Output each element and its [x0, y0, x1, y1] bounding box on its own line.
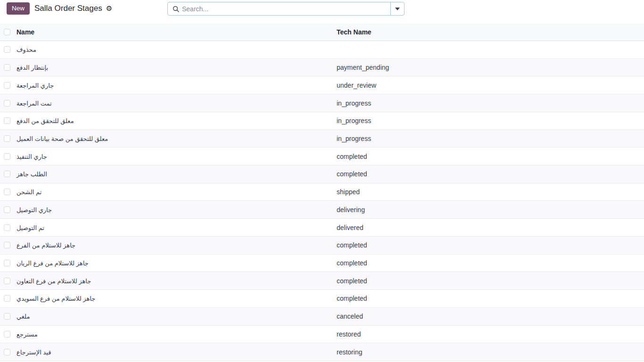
row-name-cell[interactable]: معلق للتحقق من صحة بيانات العميل	[13, 134, 337, 143]
row-tech-cell[interactable]: in_progress	[337, 134, 644, 143]
column-header-name[interactable]: Name	[13, 28, 337, 36]
row-name-cell[interactable]: محذوف	[13, 45, 337, 54]
row-checkbox[interactable]	[4, 224, 10, 231]
row-checkbox[interactable]	[4, 206, 10, 213]
caret-down-icon	[395, 8, 400, 10]
row-checkbox[interactable]	[4, 135, 10, 142]
row-name-cell[interactable]: جاري التوصيل	[13, 206, 337, 214]
table-row[interactable]: جاري المراجعة under_review	[0, 76, 644, 94]
row-tech-name: shipped	[337, 188, 360, 196]
table-row[interactable]: جاري التوصيل delivering	[0, 201, 644, 219]
row-checkbox[interactable]	[4, 313, 10, 320]
search-dropdown-toggle[interactable]	[390, 2, 404, 15]
row-tech-cell[interactable]: under_review	[337, 81, 644, 90]
row-name-cell[interactable]: جاهز للاستلام من الفرع	[13, 241, 337, 249]
search-input[interactable]	[182, 2, 390, 15]
row-name-cell[interactable]: مسترجع	[13, 330, 337, 338]
row-checkbox-cell	[0, 224, 13, 231]
table-row[interactable]: الطلب جاهز completed	[0, 165, 644, 183]
row-checkbox[interactable]	[4, 100, 10, 107]
row-tech-cell[interactable]: completed	[337, 294, 644, 303]
row-tech-cell[interactable]: completed	[337, 241, 644, 249]
row-name-cell[interactable]: بإنتظار الدفع	[13, 63, 337, 72]
row-tech-cell[interactable]: in_progress	[337, 99, 644, 107]
control-panel: New Salla Order Stages ⚙	[0, 0, 644, 24]
row-checkbox-cell	[0, 117, 13, 124]
row-checkbox-cell	[0, 349, 13, 355]
table-row[interactable]: جاري التنفيذ completed	[0, 148, 644, 165]
row-name-cell[interactable]: معلق للتحقق من الدفع	[13, 116, 337, 125]
row-tech-name: delivering	[337, 206, 365, 214]
row-name: بإنتظار الدفع	[17, 64, 48, 71]
column-header-tech-name[interactable]: Tech Name	[337, 28, 644, 36]
row-tech-name: completed	[337, 241, 367, 249]
row-tech-cell[interactable]: in_progress	[337, 116, 644, 125]
row-tech-name: in_progress	[337, 117, 371, 124]
table-row[interactable]: تم التوصيل delivered	[0, 219, 644, 237]
row-name-cell[interactable]: جاري المراجعة	[13, 81, 337, 90]
row-tech-cell[interactable]: payment_pending	[337, 63, 644, 72]
row-checkbox[interactable]	[4, 189, 10, 195]
row-tech-cell[interactable]: completed	[337, 277, 644, 285]
table-row[interactable]: جاهز للاستلام من فرع السويدي completed	[0, 290, 644, 308]
row-name-cell[interactable]: جاهز للاستلام من فرع السويدي	[13, 294, 337, 303]
row-name-cell[interactable]: جاهز للاستلام من فرع الريان	[13, 259, 337, 267]
row-name-cell[interactable]: تم الشحن	[13, 188, 337, 196]
row-checkbox[interactable]	[4, 278, 10, 284]
row-checkbox[interactable]	[4, 64, 10, 71]
row-name: محذوف	[17, 46, 36, 53]
row-name-cell[interactable]: جاري التنفيذ	[13, 152, 337, 161]
table-row[interactable]: محذوف	[0, 41, 644, 59]
row-checkbox-cell	[0, 189, 13, 195]
row-tech-name: completed	[337, 295, 367, 302]
row-checkbox[interactable]	[4, 260, 10, 266]
table-row[interactable]: جاهز للاستلام من فرع الريان completed	[0, 255, 644, 272]
row-name-cell[interactable]: جاهز للاستلام من فرع التعاون	[13, 277, 337, 285]
row-tech-cell[interactable]: restoring	[337, 348, 644, 356]
gear-icon[interactable]: ⚙	[106, 2, 112, 15]
row-checkbox[interactable]	[4, 331, 10, 337]
row-tech-cell[interactable]: completed	[337, 152, 644, 161]
table-row[interactable]: معلق للتحقق من صحة بيانات العميل in_prog…	[0, 130, 644, 148]
row-checkbox[interactable]	[4, 46, 10, 53]
select-all-cell	[0, 29, 13, 35]
row-tech-cell[interactable]: restored	[337, 330, 644, 338]
row-tech-name: completed	[337, 153, 367, 160]
row-checkbox[interactable]	[4, 171, 10, 177]
row-name-cell[interactable]: تمت المراجعة	[13, 99, 337, 107]
row-checkbox[interactable]	[4, 153, 10, 160]
table-row[interactable]: بإنتظار الدفع payment_pending	[0, 59, 644, 77]
table-row[interactable]: قيد الإسترجاع restoring	[0, 343, 644, 361]
table-row[interactable]: ملغي canceled	[0, 308, 644, 326]
row-checkbox-cell	[0, 206, 13, 213]
row-checkbox[interactable]	[4, 349, 10, 355]
table-row[interactable]: مسترجع restored	[0, 326, 644, 344]
row-checkbox[interactable]	[4, 295, 10, 302]
table-row[interactable]: معلق للتحقق من الدفع in_progress	[0, 112, 644, 130]
row-checkbox[interactable]	[4, 82, 10, 89]
row-name-cell[interactable]: قيد الإسترجاع	[13, 348, 337, 356]
row-name: جاري التوصيل	[17, 206, 52, 214]
row-tech-cell[interactable]: completed	[337, 170, 644, 178]
table-row[interactable]: جاهز للاستلام من فرع التعاون completed	[0, 272, 644, 290]
row-checkbox[interactable]	[4, 117, 10, 124]
row-name-cell[interactable]: الطلب جاهز	[13, 170, 337, 178]
new-button[interactable]: New	[7, 2, 30, 15]
row-checkbox-cell	[0, 331, 13, 337]
row-tech-name: completed	[337, 170, 367, 178]
table-row[interactable]: تم الشحن shipped	[0, 183, 644, 201]
row-name-cell[interactable]: ملغي	[13, 312, 337, 321]
row-tech-cell[interactable]: canceled	[337, 312, 644, 321]
row-name: مسترجع	[17, 331, 38, 338]
row-tech-cell[interactable]: shipped	[337, 188, 644, 196]
row-checkbox-cell	[0, 153, 13, 160]
row-name-cell[interactable]: تم التوصيل	[13, 223, 337, 232]
row-checkbox[interactable]	[4, 242, 10, 248]
select-all-checkbox[interactable]	[4, 29, 10, 35]
table-row[interactable]: جاهز للاستلام من الفرع completed	[0, 237, 644, 255]
row-tech-cell[interactable]: delivered	[337, 223, 644, 232]
table-row[interactable]: تمت المراجعة in_progress	[0, 94, 644, 112]
row-tech-cell[interactable]: delivering	[337, 206, 644, 214]
row-tech-cell[interactable]: completed	[337, 259, 644, 267]
search-icon	[168, 6, 182, 12]
